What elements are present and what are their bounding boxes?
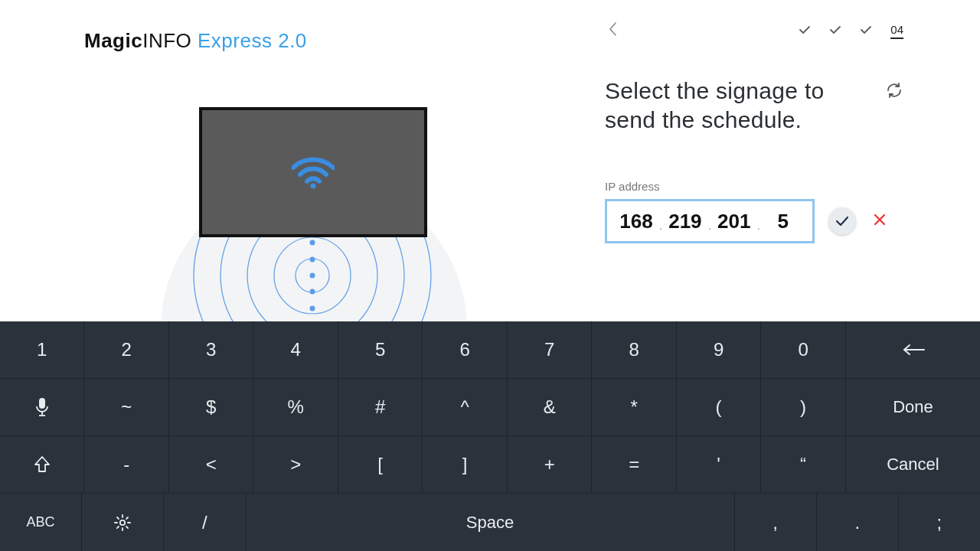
key-2[interactable]: 2 <box>84 321 168 379</box>
key-dollar[interactable]: $ <box>169 379 253 436</box>
svg-point-14 <box>120 520 125 524</box>
ip-octet-2[interactable] <box>667 210 704 233</box>
key-done[interactable]: Done <box>846 379 980 436</box>
key-asterisk[interactable]: * <box>592 379 676 436</box>
key-5[interactable]: 5 <box>338 321 423 379</box>
dot-separator: . <box>757 220 760 232</box>
key-abc[interactable]: ABC <box>0 494 82 551</box>
svg-point-8 <box>310 289 315 295</box>
key-lparen[interactable]: ( <box>677 379 761 436</box>
key-slash[interactable]: / <box>164 494 246 551</box>
key-minus[interactable]: - <box>84 436 168 494</box>
gear-icon <box>113 514 132 532</box>
key-1[interactable]: 1 <box>0 321 84 379</box>
svg-point-5 <box>310 240 315 246</box>
app-logo: MagicINFO Express 2.0 <box>84 29 307 53</box>
svg-rect-11 <box>39 398 45 409</box>
logo-product: Express <box>191 29 272 52</box>
key-lbracket[interactable]: [ <box>338 436 423 494</box>
dot-separator: . <box>708 220 711 232</box>
key-9[interactable]: 9 <box>677 321 761 379</box>
key-period[interactable]: . <box>817 494 899 551</box>
step-1-done[interactable] <box>799 24 811 37</box>
close-icon <box>873 213 887 227</box>
checkmark-icon <box>799 25 811 34</box>
key-gt[interactable]: > <box>253 436 338 494</box>
refresh-button[interactable] <box>885 77 903 103</box>
key-apostrophe[interactable]: ' <box>677 436 761 494</box>
key-plus[interactable]: + <box>508 436 592 494</box>
key-tilde[interactable]: ~ <box>84 379 168 436</box>
checkmark-icon <box>829 25 841 34</box>
monitor-icon <box>199 107 427 237</box>
checkmark-icon <box>835 216 849 227</box>
key-ampersand[interactable]: & <box>508 379 592 436</box>
key-3[interactable]: 3 <box>169 321 253 379</box>
shift-icon <box>34 455 51 474</box>
back-button[interactable] <box>605 18 620 44</box>
key-equals[interactable]: = <box>592 436 676 494</box>
cancel-ip-button[interactable] <box>870 208 890 234</box>
on-screen-keyboard: 1 2 3 4 5 6 7 8 9 0 ~ $ <box>0 321 980 551</box>
key-0[interactable]: 0 <box>761 321 845 379</box>
svg-point-9 <box>310 306 315 311</box>
key-comma[interactable]: , <box>735 494 817 551</box>
key-backspace[interactable] <box>846 321 980 379</box>
step-current[interactable]: 04 <box>890 23 903 39</box>
logo-version: 2.0 <box>272 29 306 52</box>
microphone-icon <box>35 397 49 417</box>
dot-separator: . <box>659 220 662 232</box>
wizard-steps: 04 <box>605 15 903 46</box>
key-mic[interactable] <box>0 379 84 436</box>
ip-octet-3[interactable] <box>716 210 753 233</box>
svg-point-10 <box>311 184 316 189</box>
chevron-left-icon <box>608 21 617 37</box>
key-lt[interactable]: < <box>169 436 253 494</box>
key-6[interactable]: 6 <box>423 321 507 379</box>
checkmark-icon <box>860 25 872 34</box>
logo-brand-thin: INFO <box>142 29 191 52</box>
page-heading: Select the signage to send the schedule. <box>605 77 870 134</box>
key-hash[interactable]: # <box>338 379 423 436</box>
left-panel: MagicINFO Express 2.0 <box>0 0 567 321</box>
key-cancel[interactable]: Cancel <box>846 436 980 494</box>
key-7[interactable]: 7 <box>508 321 592 379</box>
ip-octet-1[interactable] <box>618 210 655 233</box>
right-panel: 04 Select the signage to send the schedu… <box>567 0 942 321</box>
key-rbracket[interactable]: ] <box>423 436 507 494</box>
key-shift[interactable] <box>0 436 84 494</box>
key-settings[interactable] <box>82 494 164 551</box>
ip-address-label: IP address <box>605 180 903 193</box>
key-space[interactable]: Space <box>247 494 735 551</box>
backspace-icon <box>900 343 926 357</box>
key-quote[interactable]: “ <box>761 436 845 494</box>
ip-address-input[interactable]: . . . <box>605 199 815 243</box>
wifi-icon <box>292 155 335 189</box>
key-percent[interactable]: % <box>253 379 338 436</box>
step-2-done[interactable] <box>829 24 841 37</box>
refresh-icon <box>885 81 903 99</box>
key-4[interactable]: 4 <box>253 321 338 379</box>
svg-point-6 <box>310 257 315 262</box>
key-semicolon[interactable]: ; <box>899 494 980 551</box>
ip-octet-4[interactable] <box>765 210 802 233</box>
step-3-done[interactable] <box>860 24 872 37</box>
key-rparen[interactable]: ) <box>761 379 845 436</box>
svg-point-7 <box>310 273 315 279</box>
signage-illustration <box>153 107 475 321</box>
key-caret[interactable]: ^ <box>423 379 507 436</box>
key-8[interactable]: 8 <box>592 321 676 379</box>
confirm-ip-button[interactable] <box>828 207 856 235</box>
logo-brand-bold: Magic <box>84 29 142 52</box>
